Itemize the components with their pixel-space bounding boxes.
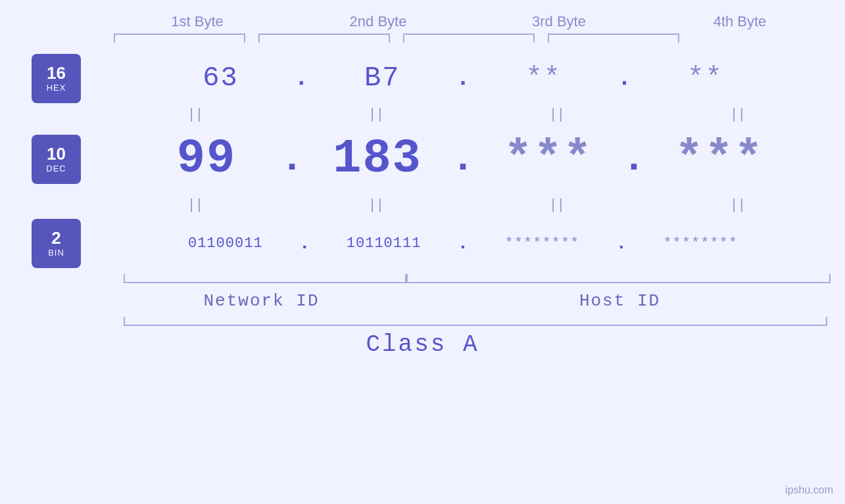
hex-cells: 63 . B7 . ** . ** <box>81 62 845 94</box>
bracket-3 <box>403 34 535 43</box>
bracket-1 <box>114 34 245 43</box>
bin-byte2: 10110111 <box>312 235 456 252</box>
network-id-label: Network ID <box>117 291 406 311</box>
bin-cells: 01100011 . 10110111 . ******** . *******… <box>81 233 845 254</box>
watermark: ipshu.com <box>785 484 833 496</box>
dec-byte2: 183 <box>305 132 450 186</box>
dec-dot3: . <box>622 137 646 181</box>
main-container: 1st Byte 2nd Byte 3rd Byte 4th Byte 16 H… <box>0 0 845 504</box>
id-labels: Network ID Host ID <box>117 286 834 315</box>
dec-row: 10 DEC 99 . 183 . *** . *** <box>0 123 845 195</box>
bin-byte4: ******** <box>628 235 773 252</box>
eq2-4: || <box>667 196 812 213</box>
eq1-4: || <box>667 105 812 122</box>
byte-headers: 1st Byte 2nd Byte 3rd Byte 4th Byte <box>107 13 831 30</box>
eq2-1: || <box>125 196 270 213</box>
dec-cells: 99 . 183 . *** . *** <box>81 132 845 186</box>
hex-dot2: . <box>456 65 470 92</box>
dec-byte4: *** <box>647 132 792 186</box>
bracket-4 <box>548 34 679 43</box>
eq2-2: || <box>306 196 450 213</box>
byte1-header: 1st Byte <box>125 13 270 30</box>
bin-row: 2 BIN 01100011 . 10110111 . ******** . *… <box>0 214 845 273</box>
eq2-3: || <box>487 196 631 213</box>
dec-dot2: . <box>451 137 475 181</box>
bin-dot3: . <box>616 233 627 254</box>
byte2-header: 2nd Byte <box>306 13 450 30</box>
hex-byte1: 63 <box>149 62 293 94</box>
hex-row: 16 HEX 63 . B7 . ** . ** <box>0 52 845 104</box>
hex-badge: 16 HEX <box>32 54 81 103</box>
hex-byte4: ** <box>633 62 777 94</box>
bottom-brackets <box>117 274 834 286</box>
dec-dot1: . <box>280 137 304 181</box>
dec-byte3: *** <box>476 132 621 186</box>
host-id-label: Host ID <box>406 291 834 311</box>
byte4-header: 4th Byte <box>667 13 812 30</box>
bin-byte1: 01100011 <box>153 235 298 252</box>
dec-badge: 10 DEC <box>32 135 81 184</box>
byte3-header: 3rd Byte <box>487 13 631 30</box>
hex-byte3: ** <box>471 62 616 94</box>
equals-row-1: || || || || <box>107 104 831 123</box>
eq1-1: || <box>125 105 270 122</box>
top-brackets <box>107 34 831 45</box>
network-bracket <box>124 274 406 283</box>
hex-dot1: . <box>295 65 309 92</box>
bracket-2 <box>258 34 390 43</box>
big-bottom-bracket <box>124 317 827 326</box>
bin-byte3: ******** <box>470 235 614 252</box>
hex-dot3: . <box>617 65 632 92</box>
equals-row-2: || || || || <box>107 195 831 214</box>
bin-badge: 2 BIN <box>32 219 81 268</box>
class-label: Class A <box>0 331 845 358</box>
bin-dot1: . <box>299 233 310 254</box>
dec-byte1: 99 <box>134 132 279 186</box>
host-bracket <box>406 274 831 283</box>
bin-dot2: . <box>458 233 469 254</box>
eq1-3: || <box>487 105 631 122</box>
eq1-2: || <box>306 105 450 122</box>
hex-byte2: B7 <box>310 62 454 94</box>
